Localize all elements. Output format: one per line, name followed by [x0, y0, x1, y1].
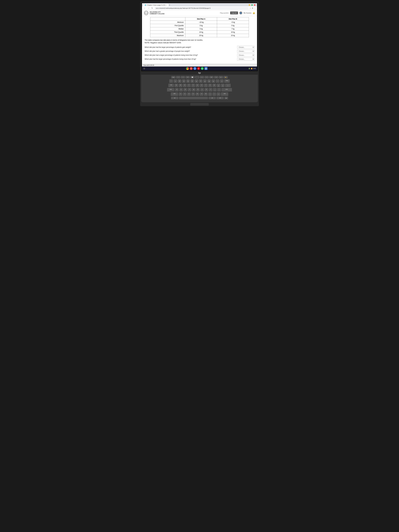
- key-alt-left[interactable]: alt: [171, 97, 178, 100]
- refresh-button[interactable]: ↻: [151, 7, 153, 9]
- key-4[interactable]: $4: [186, 79, 190, 83]
- drive-icon[interactable]: ▲: [193, 67, 196, 70]
- key-0[interactable]: )0: [211, 79, 215, 83]
- key-f[interactable]: f: [188, 88, 191, 92]
- youtube-icon[interactable]: ▶: [197, 67, 200, 70]
- window-close-btn[interactable]: [254, 4, 255, 6]
- key-windows[interactable]: ⬛⬛: [195, 76, 199, 79]
- key-shift-left[interactable]: shift: [171, 92, 178, 96]
- record-icon[interactable]: [143, 68, 145, 70]
- star-icon[interactable]: ☆: [250, 7, 251, 9]
- key-d[interactable]: d: [184, 88, 187, 92]
- key-y[interactable]: y: [196, 84, 199, 88]
- key-z[interactable]: z: [179, 92, 182, 96]
- key-backspace[interactable]: bksp: [224, 79, 230, 83]
- key-fwd[interactable]: →: [181, 76, 185, 79]
- key-arrow-up[interactable]: ▲: [224, 97, 228, 100]
- key-i[interactable]: i: [204, 84, 208, 88]
- key-vol-up[interactable]: ▷: [219, 76, 223, 79]
- key-mute[interactable]: ≪: [209, 76, 214, 79]
- key-ctrl-right[interactable]: ctrl: [216, 97, 224, 100]
- key-fullscreen[interactable]: ⬜: [190, 76, 195, 79]
- key-alt-right[interactable]: alt: [209, 97, 216, 100]
- window-minimize-btn[interactable]: [249, 4, 250, 6]
- key-p[interactable]: p: [212, 84, 216, 88]
- key-2[interactable]: @2: [178, 79, 181, 83]
- key-o[interactable]: o: [208, 84, 212, 88]
- key-1[interactable]: !1: [173, 79, 177, 83]
- key-u[interactable]: u: [200, 84, 203, 88]
- key-g[interactable]: g: [192, 88, 196, 92]
- key-backtick[interactable]: ~`: [169, 79, 173, 83]
- key-period[interactable]: >.: [212, 92, 216, 96]
- key-v[interactable]: v: [191, 92, 195, 96]
- key-3[interactable]: #3: [182, 79, 186, 83]
- key-slash[interactable]: ?/: [217, 92, 220, 96]
- key-8[interactable]: *8: [203, 79, 207, 83]
- key-r[interactable]: r: [187, 84, 191, 88]
- key-l[interactable]: l: [209, 88, 212, 92]
- touchpad[interactable]: [190, 103, 209, 106]
- key-a[interactable]: a: [175, 88, 179, 92]
- forward-button[interactable]: →: [147, 7, 150, 9]
- my-courses-button[interactable]: My Courses: [244, 12, 251, 14]
- key-t[interactable]: t: [191, 84, 195, 88]
- key-refresh[interactable]: ↺: [185, 76, 190, 79]
- key-x[interactable]: x: [183, 92, 187, 96]
- gmail-icon[interactable]: M: [190, 67, 193, 70]
- key-vol-down[interactable]: ◁: [214, 76, 218, 79]
- key-equals[interactable]: +=: [220, 79, 224, 83]
- key-bright-down[interactable]: ○: [200, 76, 204, 79]
- clock-display: 9:40: [253, 68, 256, 69]
- window-maximize-btn[interactable]: [251, 4, 253, 6]
- key-q[interactable]: q: [174, 84, 178, 88]
- key-7[interactable]: &7: [199, 79, 203, 83]
- key-tab[interactable]: tab: [168, 84, 174, 88]
- key-shift-right[interactable]: shift: [221, 92, 228, 96]
- key-9[interactable]: (9: [207, 79, 211, 83]
- key-lock[interactable]: 🔒: [223, 76, 228, 79]
- key-bright-up[interactable]: ○: [204, 76, 209, 79]
- files-icon[interactable]: 📁: [204, 67, 207, 70]
- back-button[interactable]: ←: [143, 7, 146, 9]
- key-back[interactable]: ←: [176, 76, 180, 79]
- key-c[interactable]: c: [187, 92, 191, 96]
- menu-icon[interactable]: ⋮: [254, 7, 256, 9]
- key-n[interactable]: n: [200, 92, 203, 96]
- notification-bell-icon[interactable]: 🔔: [253, 12, 255, 14]
- key-j[interactable]: j: [200, 88, 204, 92]
- active-tab[interactable]: 🌐 Chapter 3 Quiz (page 6 of 6) ×: [143, 4, 169, 6]
- answer-select-q3[interactable]: Choose...Diet Plan ADiet Plan B: [237, 54, 254, 57]
- key-rbracket[interactable]: }]: [221, 84, 225, 88]
- key-m[interactable]: m: [204, 92, 208, 96]
- key-e[interactable]: e: [183, 84, 187, 88]
- key-6[interactable]: ^6: [195, 79, 198, 83]
- key-quote[interactable]: "': [217, 88, 221, 92]
- url-input[interactable]: [154, 7, 249, 9]
- key-caps[interactable]: caps: [167, 88, 174, 92]
- key-minus[interactable]: _-: [216, 79, 219, 83]
- key-semicolon[interactable]: :;: [213, 88, 217, 92]
- key-k[interactable]: k: [204, 88, 208, 92]
- log-out-button[interactable]: Log out: [230, 12, 238, 14]
- key-esc[interactable]: esc: [171, 76, 176, 79]
- chrome-icon[interactable]: [186, 67, 189, 70]
- key-backslash[interactable]: |\: [225, 84, 231, 88]
- key-w[interactable]: w: [179, 84, 182, 88]
- key-comma[interactable]: <,: [208, 92, 212, 96]
- answer-select-q1[interactable]: Choose...Diet Plan ADiet Plan B: [237, 46, 254, 49]
- key-s[interactable]: s: [179, 88, 183, 92]
- tab-close-btn[interactable]: ×: [166, 4, 167, 6]
- key-lbracket[interactable]: {[: [217, 84, 220, 88]
- key-h[interactable]: h: [196, 88, 200, 92]
- key-5[interactable]: %5: [190, 79, 194, 83]
- play-icon[interactable]: ▶: [201, 67, 204, 70]
- answer-select-q4[interactable]: Choose...Diet Plan ADiet Plan B: [237, 58, 254, 61]
- extension-icon[interactable]: ⚙: [252, 7, 253, 9]
- key-spacebar[interactable]: [179, 97, 208, 100]
- new-tab-button[interactable]: +: [169, 4, 170, 6]
- key-b[interactable]: b: [196, 92, 199, 96]
- answer-select-q2[interactable]: Choose...Diet Plan ADiet Plan B: [237, 50, 254, 53]
- flag-question-link[interactable]: Flag question: [220, 12, 229, 14]
- key-enter[interactable]: enter: [222, 88, 232, 92]
